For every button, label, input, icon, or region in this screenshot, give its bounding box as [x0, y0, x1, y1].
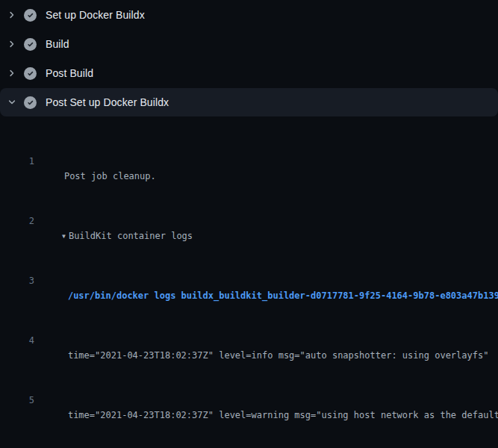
- line-number[interactable]: 1: [0, 154, 34, 169]
- line-number[interactable]: 2: [0, 214, 34, 228]
- step-title: Post Build: [46, 67, 93, 79]
- chevron-down-icon: [7, 98, 16, 107]
- log-area: 1Post job cleanup. 2▼BuildKit container …: [0, 117, 498, 448]
- check-circle-icon: [24, 96, 37, 109]
- log-line: 2▼BuildKit container logs: [0, 214, 498, 228]
- log-text: BuildKit container logs: [69, 231, 193, 241]
- step-title: Post Set up Docker Buildx: [46, 96, 169, 108]
- job-log-viewer: Set up Docker Buildx Build Post Build Po…: [0, 0, 498, 448]
- check-circle-icon: [24, 38, 37, 51]
- chevron-right-icon: [7, 10, 16, 19]
- steps-list: Set up Docker Buildx Build Post Build Po…: [0, 1, 498, 116]
- log-line: 3/usr/bin/docker logs buildx_buildkit_bu…: [0, 273, 498, 288]
- log-line: 4time="2021-04-23T18:02:37Z" level=info …: [0, 333, 498, 348]
- chevron-right-icon: [7, 39, 17, 49]
- step-header-post-set-up-docker-buildx[interactable]: Post Set up Docker Buildx: [0, 88, 498, 116]
- chevron-right-icon: [7, 40, 16, 49]
- chevron-right-icon: [7, 10, 17, 20]
- log-line: 1Post job cleanup.: [0, 154, 498, 169]
- line-number[interactable]: 5: [0, 393, 34, 408]
- chevron-right-icon: [7, 68, 17, 78]
- group-toggle-icon[interactable]: ▼: [62, 229, 69, 244]
- log-command-text: /usr/bin/docker logs buildx_buildkit_bui…: [68, 290, 498, 301]
- check-circle-icon: [24, 67, 37, 80]
- chevron-down-icon: [7, 97, 17, 108]
- line-number[interactable]: 4: [0, 333, 34, 348]
- check-circle-icon: [24, 9, 37, 22]
- line-number[interactable]: 3: [0, 273, 34, 288]
- step-title: Set up Docker Buildx: [46, 9, 145, 21]
- log-text: time="2021-04-23T18:02:37Z" level=info m…: [68, 350, 489, 361]
- step-header-build[interactable]: Build: [0, 30, 498, 58]
- log-text: Post job cleanup.: [64, 171, 156, 181]
- step-title: Build: [46, 38, 69, 50]
- chevron-right-icon: [7, 69, 16, 78]
- log-text: time="2021-04-23T18:02:37Z" level=warnin…: [68, 410, 498, 420]
- step-header-set-up-docker-buildx[interactable]: Set up Docker Buildx: [0, 1, 498, 29]
- log-line: 5time="2021-04-23T18:02:37Z" level=warni…: [0, 393, 498, 408]
- step-header-post-build[interactable]: Post Build: [0, 59, 498, 87]
